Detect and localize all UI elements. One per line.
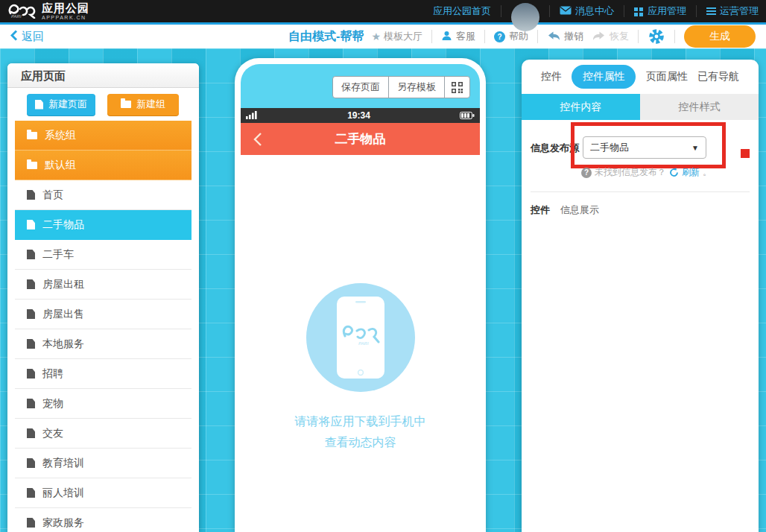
sidebar-group-system[interactable]: 系统组 bbox=[15, 121, 192, 151]
svg-text:PARI: PARI bbox=[11, 14, 22, 19]
refresh-link[interactable]: 刷新 bbox=[682, 166, 700, 179]
document-icon bbox=[27, 458, 35, 468]
top-bar: PARI 应用公园 APPPARK.CN 应用公园首页 消息中心 应用管理 运 bbox=[0, 0, 766, 22]
back-button[interactable]: 返回 bbox=[10, 30, 44, 44]
folder-open-icon bbox=[27, 162, 37, 169]
info-source-select[interactable]: 二手物品 ▼ bbox=[583, 136, 706, 159]
tab-page-properties[interactable]: 页面属性 bbox=[646, 70, 688, 83]
save-as-template-button[interactable]: 另存模板 bbox=[388, 77, 444, 98]
new-group-button[interactable]: 新建组 bbox=[107, 94, 179, 115]
toolbar-separator bbox=[484, 30, 485, 43]
annotation-marker bbox=[741, 149, 750, 158]
question-icon: ? bbox=[581, 168, 592, 178]
undo-button[interactable]: 撤销 bbox=[547, 30, 583, 43]
sidebar-page-item[interactable]: 招聘 bbox=[15, 359, 192, 389]
source-help-line: ? 未找到信息发布？ 刷新 。 bbox=[581, 166, 712, 179]
tab-widgets[interactable]: 控件 bbox=[541, 70, 562, 83]
folder-icon bbox=[27, 132, 37, 139]
document-icon bbox=[27, 309, 35, 319]
properties-panel: 控件 控件属性 页面属性 已有导航 控件内容 控件样式 信息发布源 二手物品 ▼… bbox=[522, 60, 759, 532]
document-icon bbox=[27, 279, 35, 289]
subtab-widget-content[interactable]: 控件内容 bbox=[522, 94, 640, 120]
project-title: 自由模式-帮帮 bbox=[288, 29, 364, 45]
star-icon: ★ bbox=[371, 31, 381, 42]
subtab-widget-style[interactable]: 控件样式 bbox=[640, 94, 759, 120]
sidebar-title: 应用页面 bbox=[7, 63, 199, 88]
download-hint-illustration: PARI bbox=[306, 283, 415, 392]
topbar-separator bbox=[549, 5, 550, 17]
phone-preview-frame: 保存页面 另存模板 19:34 bbox=[235, 58, 486, 532]
list-icon bbox=[706, 7, 716, 9]
toolbar-separator bbox=[674, 30, 675, 43]
source-help-text: 未找到信息发布？ bbox=[595, 166, 666, 179]
battery-icon bbox=[460, 109, 475, 122]
app-logo[interactable]: PARI 应用公园 APPPARK.CN bbox=[7, 1, 89, 22]
question-icon: ? bbox=[494, 31, 505, 42]
tab-widget-properties[interactable]: 控件属性 bbox=[572, 65, 636, 89]
app-page-header: 二手物品 bbox=[241, 123, 480, 155]
topbar-separator bbox=[696, 5, 697, 17]
sidebar-page-item[interactable]: 宠物 bbox=[15, 389, 192, 419]
document-icon bbox=[27, 369, 35, 379]
document-icon bbox=[27, 428, 35, 438]
sidebar-page-item[interactable]: 首页 bbox=[15, 180, 192, 210]
person-icon bbox=[441, 31, 452, 43]
user-avatar[interactable] bbox=[511, 3, 539, 31]
sidebar-page-item[interactable]: 教育培训 bbox=[15, 449, 192, 478]
topbar-separator bbox=[624, 5, 624, 17]
sidebar-page-item[interactable]: 本地服务 bbox=[15, 329, 192, 359]
document-icon bbox=[27, 339, 35, 349]
phone-illustration-icon: PARI bbox=[336, 296, 385, 379]
help-button[interactable]: ? 帮助 bbox=[494, 30, 528, 43]
customer-service-button[interactable]: 客服 bbox=[441, 30, 475, 43]
panel-tab-bar: 控件 控件属性 页面属性 已有导航 bbox=[522, 60, 759, 94]
redo-arrow-icon bbox=[592, 31, 606, 43]
sidebar-page-item[interactable]: 二手车 bbox=[15, 240, 192, 270]
sidebar-page-item-selected[interactable]: 二手物品 bbox=[15, 210, 192, 240]
widget-label: 控件 bbox=[531, 203, 550, 217]
panel-content: 信息发布源 二手物品 ▼ ? 未找到信息发布？ 刷新 。 控件 信息展示 bbox=[522, 120, 759, 343]
topbar-link-home[interactable]: 应用公园首页 bbox=[433, 4, 491, 18]
period-text: 。 bbox=[703, 166, 712, 179]
sidebar-page-item[interactable]: 丽人培训 bbox=[15, 478, 192, 508]
document-icon bbox=[27, 399, 35, 408]
page-list: 系统组 默认组 首页 二手物品 二手车 房屋出租 bbox=[15, 121, 192, 532]
sidebar-group-default[interactable]: 默认组 bbox=[15, 151, 192, 180]
brand-swirl-icon: PARI bbox=[7, 1, 37, 22]
sidebar-page-item[interactable]: 交友 bbox=[15, 419, 192, 449]
panel-subtab-bar: 控件内容 控件样式 bbox=[522, 94, 759, 120]
panel-divider bbox=[531, 191, 750, 192]
phone-status-bar: 19:34 bbox=[241, 108, 480, 123]
envelope-icon bbox=[560, 6, 572, 17]
info-source-label: 信息发布源 bbox=[531, 142, 579, 155]
signal-bars-icon bbox=[246, 109, 258, 122]
topbar-separator bbox=[501, 5, 501, 17]
sidebar-page-item[interactable]: 房屋出租 bbox=[15, 270, 192, 300]
topbar-link-messages[interactable]: 消息中心 bbox=[560, 4, 614, 18]
template-hall-link[interactable]: 模板大厅 bbox=[384, 30, 422, 43]
phone-preview-inner: 保存页面 另存模板 19:34 bbox=[241, 64, 480, 532]
refresh-icon[interactable] bbox=[669, 168, 679, 177]
undo-arrow-icon bbox=[547, 31, 560, 43]
app-page-body: PARI 请请将应用下载到手机中 查看动态内容 bbox=[241, 155, 480, 532]
qr-code-button[interactable] bbox=[444, 77, 469, 98]
widget-value: 信息展示 bbox=[560, 203, 599, 217]
document-icon bbox=[27, 220, 35, 229]
topbar-link-app-manage[interactable]: 应用管理 bbox=[634, 4, 686, 18]
grid-icon bbox=[634, 7, 638, 11]
new-page-button[interactable]: 新建页面 bbox=[27, 94, 95, 115]
sidebar-page-item[interactable]: 房屋出售 bbox=[15, 300, 192, 329]
back-chevron-icon bbox=[10, 30, 18, 43]
editor-toolbar: 返回 自由模式-帮帮 ★ 模板大厅 客服 ? 帮助 撤销 恢复 bbox=[0, 25, 766, 48]
save-page-button[interactable]: 保存页面 bbox=[333, 77, 388, 98]
phone-back-chevron-icon[interactable] bbox=[253, 132, 262, 150]
status-time: 19:34 bbox=[258, 110, 460, 121]
settings-gear-icon[interactable] bbox=[648, 28, 665, 45]
toolbar-separator bbox=[638, 30, 639, 43]
topbar-link-ops-manage[interactable]: 运营管理 bbox=[706, 4, 759, 18]
document-icon bbox=[27, 488, 35, 498]
tab-existing-nav[interactable]: 已有导航 bbox=[697, 70, 739, 83]
sidebar-page-item[interactable]: 家政服务 bbox=[15, 508, 192, 532]
generate-button[interactable]: 生成 bbox=[684, 25, 756, 48]
redo-button[interactable]: 恢复 bbox=[592, 30, 629, 43]
